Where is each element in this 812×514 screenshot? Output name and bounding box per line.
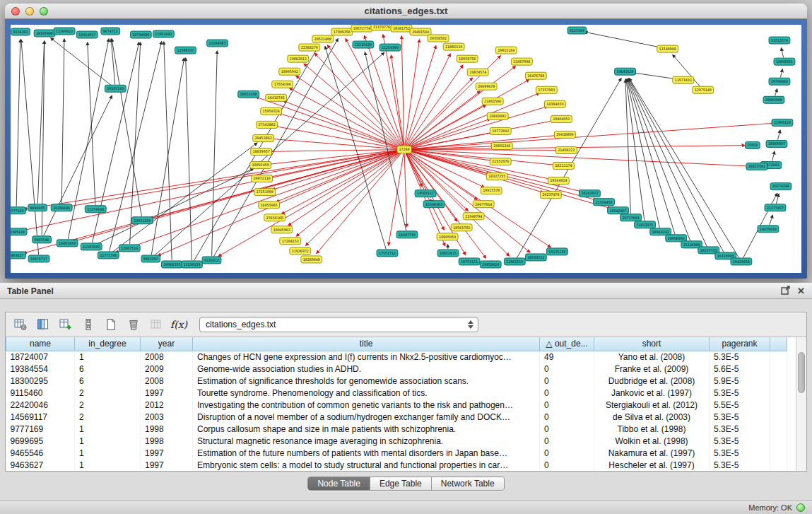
graph-edge[interactable] <box>406 46 436 146</box>
table-cell[interactable]: 1997 <box>141 387 193 399</box>
graph-edge[interactable] <box>408 150 749 166</box>
table-vertical-scrollbar[interactable] <box>796 337 806 471</box>
graph-edge[interactable] <box>408 150 558 151</box>
table-cell[interactable]: Embryonic stem cells: a model to study s… <box>193 459 540 471</box>
graph-edge[interactable] <box>405 40 420 146</box>
graph-edge[interactable] <box>777 130 780 140</box>
table-cell[interactable]: 5.3E-5 <box>710 435 770 447</box>
graph-edge[interactable] <box>391 55 404 146</box>
table-cell[interactable]: 1997 <box>141 459 193 471</box>
table-row[interactable]: 946554611997Estimation of the future num… <box>6 447 787 459</box>
tab-edge-table[interactable]: Edge Table <box>370 477 431 490</box>
table-cell[interactable]: Stergiakouli et al. (2012) <box>594 399 710 411</box>
function-builder-button[interactable]: f(x) <box>170 315 188 334</box>
table-cell[interactable]: Investigating the contribution of common… <box>193 399 540 411</box>
table-cell[interactable]: 19384554 <box>6 363 75 375</box>
table-cell[interactable]: 49 <box>540 351 594 363</box>
column-header-pagerank[interactable]: pagerank <box>710 337 770 351</box>
graph-edge[interactable] <box>628 79 675 234</box>
table-cell[interactable]: 1 <box>75 459 141 471</box>
table-cell[interactable]: Estimation of significance thresholds fo… <box>193 375 540 387</box>
table-cell[interactable]: 0 <box>540 375 594 387</box>
table-cell[interactable]: 5.3E-5 <box>710 351 770 363</box>
graph-edge[interactable] <box>772 151 775 161</box>
graph-edge[interactable] <box>271 139 400 149</box>
table-mode-button[interactable] <box>11 315 30 334</box>
window-titlebar[interactable]: citations_edges.txt <box>5 4 807 19</box>
table-cell[interactable] <box>770 423 787 435</box>
table-cell[interactable]: 18724007 <box>6 351 75 363</box>
table-row[interactable]: 1872400712008Changes of HCN gene express… <box>6 351 787 363</box>
float-panel-icon[interactable] <box>781 286 790 297</box>
delete-column-button[interactable] <box>79 315 98 334</box>
column-header-short[interactable]: short <box>594 337 710 351</box>
graph-edge[interactable] <box>112 143 257 252</box>
table-cell[interactable]: 6 <box>75 363 141 375</box>
graph-edge[interactable] <box>406 65 462 146</box>
table-cell[interactable]: 2008 <box>141 351 193 363</box>
table-cell[interactable]: 2003 <box>141 411 193 423</box>
table-cell[interactable]: 5.6E-5 <box>710 363 770 375</box>
column-header-title[interactable]: title <box>193 337 540 351</box>
table-cell[interactable] <box>770 363 787 375</box>
table-cell[interactable]: 2 <box>75 399 141 411</box>
table-cell[interactable]: Disruption of a novel member of a sodium… <box>193 411 540 423</box>
table-cell[interactable]: de Silva et al. (2003) <box>594 411 710 423</box>
table-cell[interactable]: 1 <box>75 351 141 363</box>
table-cell[interactable]: 5.3E-5 <box>710 411 770 423</box>
table-cell[interactable]: 1 <box>75 447 141 459</box>
table-cell[interactable]: 5.3E-5 <box>710 459 770 471</box>
column-header-out_de...[interactable]: △ out_de... <box>540 337 594 351</box>
table-cell[interactable]: 2008 <box>141 375 193 387</box>
tab-network-table[interactable]: Network Table <box>431 477 504 490</box>
table-row[interactable]: 1938455462009Genome-wide association stu… <box>6 363 787 375</box>
table-cell[interactable]: 0 <box>540 411 594 423</box>
import-table-button[interactable] <box>147 315 165 334</box>
graph-edge[interactable] <box>61 39 64 204</box>
new-row-button[interactable] <box>102 315 120 334</box>
graph-edge[interactable] <box>296 76 401 147</box>
graph-edge[interactable] <box>625 79 630 214</box>
table-cell[interactable]: Tibbo et al. (1998) <box>594 423 710 435</box>
table-cell[interactable]: Nakamura et al. (1997) <box>594 447 710 459</box>
graph-edge[interactable] <box>407 78 472 146</box>
table-cell[interactable]: Yano et al. (2008) <box>594 351 710 363</box>
table-cell[interactable]: 9463627 <box>6 459 75 471</box>
table-cell[interactable]: Changes of HCN gene expression and I(f) … <box>193 351 540 363</box>
table-cell[interactable] <box>770 459 787 471</box>
show-columns-button[interactable] <box>34 315 52 334</box>
graph-edge[interactable] <box>408 151 551 180</box>
column-header-name[interactable]: name <box>6 337 75 351</box>
table-cell[interactable]: Wolkin et al. (1998) <box>594 435 710 447</box>
graph-edge[interactable] <box>112 39 141 216</box>
table-cell[interactable]: Structural magnetic resonance image aver… <box>193 435 540 447</box>
table-row[interactable]: 977716911998Corpus callosum shape and si… <box>6 423 787 435</box>
table-cell[interactable]: Tourette syndrome. Phenomenology and cla… <box>193 387 540 399</box>
graph-edge[interactable] <box>401 36 404 145</box>
graph-edge[interactable] <box>629 78 739 258</box>
network-graph-canvas[interactable]: 1724022368279198620121800594217554300164… <box>11 25 801 273</box>
graph-edge[interactable] <box>408 135 557 148</box>
graph-edge[interactable] <box>16 40 20 206</box>
table-cell[interactable]: Hescheler et al. (1997) <box>594 459 710 471</box>
table-cell[interactable]: Dudbridge et al. (2008) <box>594 375 710 387</box>
table-cell[interactable]: 5.5E-5 <box>710 399 770 411</box>
graph-edge[interactable] <box>325 47 386 250</box>
graph-edge[interactable] <box>288 152 401 226</box>
table-cell[interactable] <box>770 387 787 399</box>
table-cell[interactable] <box>770 399 787 411</box>
table-row[interactable]: 1456911722003Disruption of a novel membe… <box>6 411 787 423</box>
table-cell[interactable]: 0 <box>540 435 594 447</box>
table-cell[interactable]: 0 <box>540 423 594 435</box>
table-cell[interactable]: 2 <box>75 387 141 399</box>
graph-edge[interactable] <box>51 38 112 86</box>
graph-edge[interactable] <box>218 151 401 256</box>
table-cell[interactable]: 14569117 <box>6 411 75 423</box>
delete-row-trash-button[interactable] <box>124 315 143 334</box>
table-selector-dropdown[interactable]: citations_edges.txt <box>199 317 478 332</box>
graph-edge[interactable] <box>780 69 782 78</box>
table-cell[interactable]: 22420046 <box>6 399 75 411</box>
table-cell[interactable]: 9777169 <box>6 423 75 435</box>
table-cell[interactable]: 18300295 <box>6 375 75 387</box>
table-cell[interactable] <box>770 447 787 459</box>
